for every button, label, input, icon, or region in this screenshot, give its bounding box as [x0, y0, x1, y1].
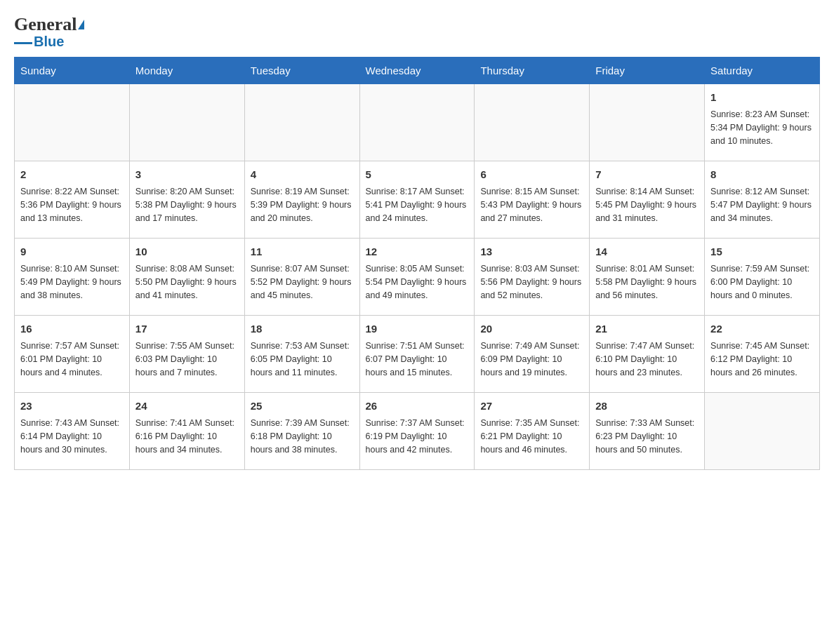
calendar-day-cell: 2Sunrise: 8:22 AM Sunset: 5:36 PM Daylig… [15, 161, 130, 239]
day-number: 22 [710, 321, 814, 337]
calendar-day-cell: 4Sunrise: 8:19 AM Sunset: 5:39 PM Daylig… [244, 161, 359, 239]
calendar-day-cell: 20Sunrise: 7:49 AM Sunset: 6:09 PM Dayli… [475, 316, 590, 393]
calendar-day-cell: 5Sunrise: 8:17 AM Sunset: 5:41 PM Daylig… [359, 161, 475, 239]
day-number: 7 [595, 167, 699, 183]
day-header-monday: Monday [129, 58, 244, 84]
day-number: 9 [20, 244, 124, 260]
calendar-day-cell [244, 84, 359, 161]
day-number: 24 [135, 398, 239, 415]
calendar-day-cell: 23Sunrise: 7:43 AM Sunset: 6:14 PM Dayli… [15, 393, 130, 470]
calendar-day-cell: 27Sunrise: 7:35 AM Sunset: 6:21 PM Dayli… [475, 393, 590, 470]
day-number: 1 [710, 90, 814, 106]
calendar-day-cell: 11Sunrise: 8:07 AM Sunset: 5:52 PM Dayli… [244, 239, 359, 316]
day-number: 4 [251, 167, 354, 183]
day-number: 17 [135, 321, 239, 337]
calendar-day-cell: 17Sunrise: 7:55 AM Sunset: 6:03 PM Dayli… [129, 316, 244, 393]
day-number: 16 [20, 321, 124, 337]
calendar-day-cell: 22Sunrise: 7:45 AM Sunset: 6:12 PM Dayli… [705, 316, 820, 393]
calendar-week-row: 16Sunrise: 7:57 AM Sunset: 6:01 PM Dayli… [15, 316, 820, 393]
calendar-day-cell: 1Sunrise: 8:23 AM Sunset: 5:34 PM Daylig… [705, 84, 820, 161]
calendar-day-cell: 18Sunrise: 7:53 AM Sunset: 6:05 PM Dayli… [244, 316, 359, 393]
calendar-table: SundayMondayTuesdayWednesdayThursdayFrid… [14, 57, 820, 470]
day-info: Sunrise: 7:49 AM Sunset: 6:09 PM Dayligh… [480, 340, 583, 380]
day-number: 8 [710, 167, 814, 183]
day-number: 14 [595, 244, 699, 260]
calendar-day-cell: 15Sunrise: 7:59 AM Sunset: 6:00 PM Dayli… [705, 239, 820, 316]
day-info: Sunrise: 7:57 AM Sunset: 6:01 PM Dayligh… [20, 340, 124, 380]
day-number: 12 [366, 244, 469, 260]
day-number: 15 [710, 244, 814, 260]
calendar-week-row: 9Sunrise: 8:10 AM Sunset: 5:49 PM Daylig… [15, 239, 820, 316]
calendar-day-cell: 19Sunrise: 7:51 AM Sunset: 6:07 PM Dayli… [359, 316, 475, 393]
day-number: 6 [480, 167, 583, 183]
day-header-thursday: Thursday [475, 58, 590, 84]
calendar-week-row: 23Sunrise: 7:43 AM Sunset: 6:14 PM Dayli… [15, 393, 820, 470]
calendar-day-cell: 6Sunrise: 8:15 AM Sunset: 5:43 PM Daylig… [475, 161, 590, 239]
page-header: General Blue [14, 14, 820, 50]
calendar-day-cell [359, 84, 475, 161]
day-info: Sunrise: 7:55 AM Sunset: 6:03 PM Dayligh… [135, 340, 239, 380]
day-info: Sunrise: 8:15 AM Sunset: 5:43 PM Dayligh… [480, 185, 583, 226]
calendar-day-cell [705, 393, 820, 470]
day-number: 18 [251, 321, 354, 337]
calendar-day-cell: 8Sunrise: 8:12 AM Sunset: 5:47 PM Daylig… [705, 161, 820, 239]
day-number: 3 [135, 167, 239, 183]
calendar-day-cell: 26Sunrise: 7:37 AM Sunset: 6:19 PM Dayli… [359, 393, 475, 470]
calendar-day-cell: 14Sunrise: 8:01 AM Sunset: 5:58 PM Dayli… [590, 239, 705, 316]
calendar-day-cell: 13Sunrise: 8:03 AM Sunset: 5:56 PM Dayli… [475, 239, 590, 316]
calendar-day-cell: 12Sunrise: 8:05 AM Sunset: 5:54 PM Dayli… [359, 239, 475, 316]
day-info: Sunrise: 8:17 AM Sunset: 5:41 PM Dayligh… [366, 185, 469, 226]
day-info: Sunrise: 8:14 AM Sunset: 5:45 PM Dayligh… [595, 185, 699, 226]
day-number: 25 [251, 398, 354, 415]
calendar-day-cell: 10Sunrise: 8:08 AM Sunset: 5:50 PM Dayli… [129, 239, 244, 316]
day-info: Sunrise: 7:33 AM Sunset: 6:23 PM Dayligh… [595, 417, 699, 457]
calendar-week-row: 2Sunrise: 8:22 AM Sunset: 5:36 PM Daylig… [15, 161, 820, 239]
day-header-sunday: Sunday [15, 58, 130, 84]
day-info: Sunrise: 7:45 AM Sunset: 6:12 PM Dayligh… [710, 340, 814, 380]
day-info: Sunrise: 8:23 AM Sunset: 5:34 PM Dayligh… [710, 108, 814, 149]
calendar-day-cell: 28Sunrise: 7:33 AM Sunset: 6:23 PM Dayli… [590, 393, 705, 470]
calendar-day-cell [475, 84, 590, 161]
calendar-day-cell: 21Sunrise: 7:47 AM Sunset: 6:10 PM Dayli… [590, 316, 705, 393]
day-info: Sunrise: 7:53 AM Sunset: 6:05 PM Dayligh… [251, 340, 354, 380]
calendar-day-cell: 16Sunrise: 7:57 AM Sunset: 6:01 PM Dayli… [15, 316, 130, 393]
day-info: Sunrise: 8:12 AM Sunset: 5:47 PM Dayligh… [710, 185, 814, 226]
calendar-day-cell: 25Sunrise: 7:39 AM Sunset: 6:18 PM Dayli… [244, 393, 359, 470]
calendar-week-row: 1Sunrise: 8:23 AM Sunset: 5:34 PM Daylig… [15, 84, 820, 161]
day-number: 20 [480, 321, 583, 337]
calendar-day-cell: 9Sunrise: 8:10 AM Sunset: 5:49 PM Daylig… [15, 239, 130, 316]
day-number: 23 [20, 398, 124, 415]
day-header-tuesday: Tuesday [244, 58, 359, 84]
day-number: 28 [595, 398, 699, 415]
calendar-header-row: SundayMondayTuesdayWednesdayThursdayFrid… [15, 58, 820, 84]
day-number: 10 [135, 244, 239, 260]
day-info: Sunrise: 8:07 AM Sunset: 5:52 PM Dayligh… [251, 262, 354, 303]
day-info: Sunrise: 7:59 AM Sunset: 6:00 PM Dayligh… [710, 262, 814, 303]
logo-arrow-icon [78, 20, 84, 29]
day-header-saturday: Saturday [705, 58, 820, 84]
logo-blue-text: Blue [34, 34, 64, 50]
day-info: Sunrise: 7:47 AM Sunset: 6:10 PM Dayligh… [595, 340, 699, 380]
day-number: 21 [595, 321, 699, 337]
day-info: Sunrise: 8:05 AM Sunset: 5:54 PM Dayligh… [366, 262, 469, 303]
day-info: Sunrise: 7:51 AM Sunset: 6:07 PM Dayligh… [366, 340, 469, 380]
day-info: Sunrise: 8:20 AM Sunset: 5:38 PM Dayligh… [135, 185, 239, 226]
day-info: Sunrise: 7:43 AM Sunset: 6:14 PM Dayligh… [20, 417, 124, 457]
day-info: Sunrise: 8:10 AM Sunset: 5:49 PM Dayligh… [20, 262, 124, 303]
day-number: 13 [480, 244, 583, 260]
day-info: Sunrise: 8:03 AM Sunset: 5:56 PM Dayligh… [480, 262, 583, 303]
day-info: Sunrise: 8:01 AM Sunset: 5:58 PM Dayligh… [595, 262, 699, 303]
day-info: Sunrise: 8:08 AM Sunset: 5:50 PM Dayligh… [135, 262, 239, 303]
day-number: 5 [366, 167, 469, 183]
day-number: 19 [366, 321, 469, 337]
day-header-friday: Friday [590, 58, 705, 84]
day-number: 2 [20, 167, 124, 183]
day-number: 27 [480, 398, 583, 415]
logo: General Blue [14, 14, 84, 50]
day-number: 11 [251, 244, 354, 260]
calendar-day-cell: 3Sunrise: 8:20 AM Sunset: 5:38 PM Daylig… [129, 161, 244, 239]
day-info: Sunrise: 8:19 AM Sunset: 5:39 PM Dayligh… [251, 185, 354, 226]
day-info: Sunrise: 7:39 AM Sunset: 6:18 PM Dayligh… [251, 417, 354, 457]
day-header-wednesday: Wednesday [359, 58, 475, 84]
calendar-day-cell [590, 84, 705, 161]
